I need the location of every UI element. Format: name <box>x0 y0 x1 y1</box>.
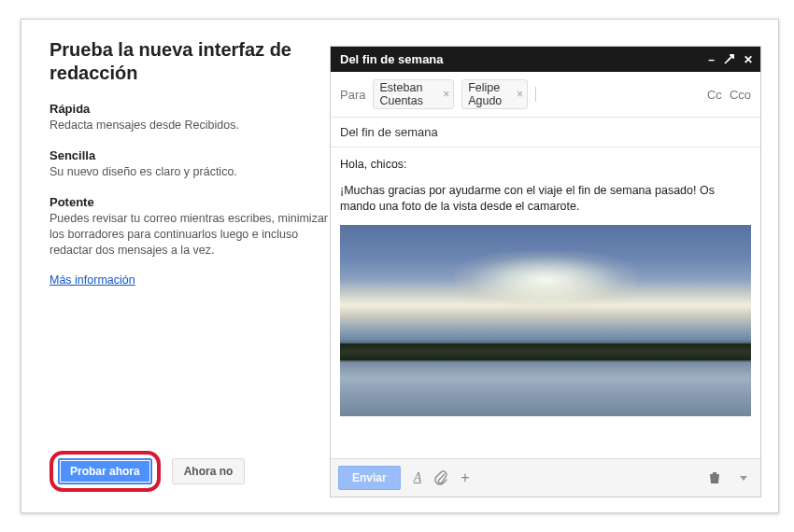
feature-powerful-desc: Puedes revisar tu correo mientras escrib… <box>50 211 330 259</box>
recipient-chip[interactable]: Felipe Agudo × <box>461 79 528 109</box>
recipient-name: Esteban Cuentas <box>379 81 438 107</box>
to-input[interactable] <box>535 87 700 102</box>
feature-simple-desc: Su nuevo diseño es claro y práctico. <box>50 164 330 180</box>
to-label: Para <box>340 88 365 102</box>
remove-recipient-icon[interactable]: × <box>443 88 449 101</box>
more-options-icon[interactable] <box>734 476 753 481</box>
insert-icon[interactable]: + <box>461 469 469 486</box>
feature-simple-title: Sencilla <box>50 148 330 162</box>
feature-simple: Sencilla Su nuevo diseño es claro y prác… <box>50 148 330 180</box>
promo-modal: × Prueba la nueva interfaz de redacción … <box>21 19 779 513</box>
bcc-link[interactable]: Cco <box>730 88 751 102</box>
compose-window: Del fin de semana – ✕ Para Esteban Cuent… <box>330 46 761 497</box>
feature-powerful-title: Potente <box>50 195 330 209</box>
compose-subject[interactable]: Del fin de semana <box>331 118 760 147</box>
compose-body[interactable]: Hola, chicos: ¡Muchas gracias por ayudar… <box>331 147 760 458</box>
send-button[interactable]: Enviar <box>338 466 401 490</box>
promo-left-column: Prueba la nueva interfaz de redacción Rá… <box>50 38 330 287</box>
remove-recipient-icon[interactable]: × <box>517 88 523 101</box>
compose-titlebar[interactable]: Del fin de semana – ✕ <box>331 47 760 72</box>
feature-fast: Rápida Redacta mensajes desde Recibidos. <box>50 102 330 133</box>
feature-fast-title: Rápida <box>50 102 330 116</box>
popout-icon[interactable] <box>724 54 734 66</box>
promo-title: Prueba la nueva interfaz de redacción <box>50 38 330 85</box>
body-greeting: Hola, chicos: <box>340 157 751 174</box>
attach-icon[interactable] <box>434 470 447 485</box>
attached-photo <box>340 225 751 416</box>
highlight-ring: Probar ahora <box>50 451 161 492</box>
compose-toolbar: Enviar A + <box>331 458 760 497</box>
compose-to-row[interactable]: Para Esteban Cuentas × Felipe Agudo × Cc… <box>331 72 760 118</box>
more-info-link[interactable]: Más información <box>50 273 135 287</box>
recipient-chip[interactable]: Esteban Cuentas × <box>373 79 454 109</box>
feature-fast-desc: Redacta mensajes desde Recibidos. <box>50 118 330 133</box>
cc-link[interactable]: Cc <box>707 88 722 102</box>
feature-powerful: Potente Puedes revisar tu correo mientra… <box>50 195 330 259</box>
not-now-button[interactable]: Ahora no <box>172 458 246 484</box>
try-now-button[interactable]: Probar ahora <box>58 458 152 484</box>
promo-buttons: Probar ahora Ahora no <box>50 451 245 492</box>
body-text: ¡Muchas gracias por ayudarme con el viaj… <box>340 183 751 216</box>
close-compose-icon[interactable]: ✕ <box>744 54 753 65</box>
minimize-icon[interactable]: – <box>708 54 715 65</box>
formatting-icon[interactable]: A <box>414 470 422 485</box>
recipient-name: Felipe Agudo <box>468 81 512 107</box>
trash-icon[interactable] <box>708 471 721 484</box>
compose-title: Del fin de semana <box>340 52 444 66</box>
